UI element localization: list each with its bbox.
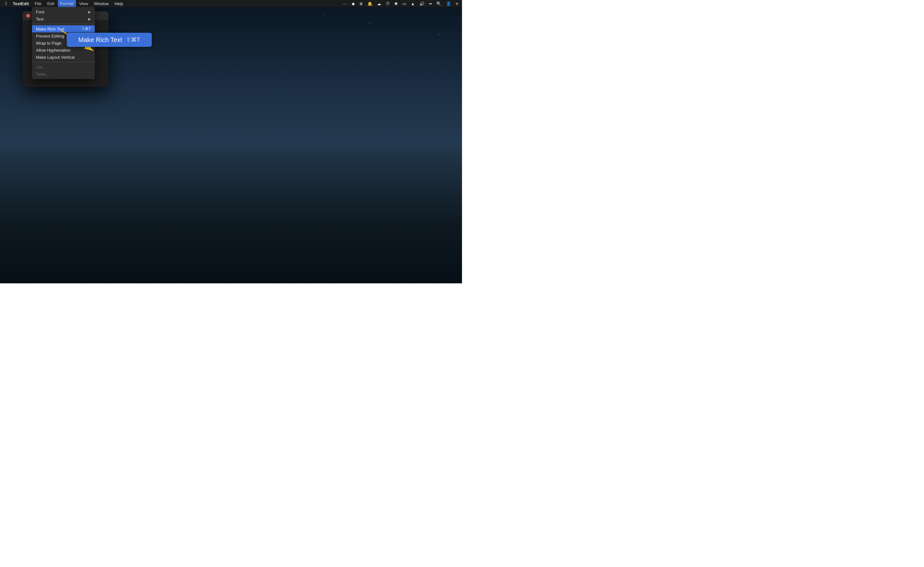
callout-box: Make Rich Text ⇧⌘T: [67, 33, 152, 47]
menubar-time-icon: ⏱: [384, 1, 391, 6]
menubar-right: ···· ◆ ⊕ 🔔 ☁ ⏱ ✱ ▭ ▲ 🔊 ▪▪ 🔍 👤 ≡: [341, 1, 459, 6]
menubar-left:  TextEdit File Edit Format View Window …: [3, 0, 126, 7]
menu-item-table: Table...: [32, 70, 94, 78]
apple-menu[interactable]: : [3, 0, 10, 7]
menubar-vpn-icon[interactable]: ⊕: [358, 1, 364, 6]
menubar-help[interactable]: Help: [112, 0, 126, 7]
menu-item-font-label: Font: [36, 10, 88, 15]
menu-separator-1: [32, 24, 94, 24]
menubar-cloud-icon[interactable]: ☁: [376, 1, 382, 6]
menubar-file[interactable]: File: [32, 0, 44, 7]
menu-item-list: List...: [32, 63, 94, 70]
menubar-format-label: Format: [60, 1, 74, 6]
menu-item-allow-hyphenation-label: Allow Hyphenation: [36, 48, 91, 52]
menubar-dropbox-icon[interactable]: ◆: [350, 1, 356, 6]
menubar-search-icon[interactable]: 🔍: [435, 1, 443, 6]
menubar:  TextEdit File Edit Format View Window …: [0, 0, 462, 7]
menu-item-make-rich-text-label: Make Rich Text: [36, 27, 81, 32]
menu-item-make-rich-text-shortcut: ⇧⌘T: [81, 27, 91, 31]
menubar-wifi-icon[interactable]: ▲: [410, 1, 416, 6]
menu-item-list-label: List...: [36, 65, 91, 70]
menubar-user-icon[interactable]: 👤: [445, 1, 452, 6]
menubar-format[interactable]: Format: [58, 0, 76, 7]
menubar-edit-label: Edit: [47, 1, 54, 6]
menubar-bluetooth-icon[interactable]: ✱: [393, 1, 399, 6]
menubar-notification-icon[interactable]: 🔔: [366, 1, 374, 6]
menubar-sound-icon[interactable]: 🔊: [418, 1, 426, 6]
menu-item-make-layout-vertical[interactable]: Make Layout Vertical: [32, 54, 94, 61]
menubar-window-label: Window: [94, 1, 109, 6]
menubar-battery-icon[interactable]: ▪▪: [428, 1, 433, 6]
menu-item-table-label: Table...: [36, 72, 91, 77]
menubar-edit[interactable]: Edit: [45, 0, 57, 7]
menubar-window[interactable]: Window: [92, 0, 111, 7]
menubar-app-label: TextEdit: [13, 1, 29, 6]
menu-item-font[interactable]: Font ▶: [32, 8, 94, 15]
callout-shortcut: ⇧⌘T: [126, 36, 140, 44]
font-arrow-icon: ▶: [88, 10, 91, 14]
menubar-app-name[interactable]: TextEdit: [10, 0, 32, 7]
menu-item-text-label: Text: [36, 16, 88, 21]
menu-item-make-layout-vertical-label: Make Layout Vertical: [36, 55, 91, 60]
menu-item-allow-hyphenation[interactable]: Allow Hyphenation: [32, 46, 94, 54]
menubar-view[interactable]: View: [76, 0, 91, 7]
menubar-view-label: View: [79, 1, 88, 6]
menubar-control-center-icon[interactable]: ≡: [454, 1, 459, 6]
menubar-file-label: File: [34, 1, 41, 6]
menubar-help-label: Help: [114, 1, 123, 6]
menu-item-make-rich-text[interactable]: Make Rich Text ⇧⌘T: [32, 26, 94, 32]
menu-item-text[interactable]: Text ▶: [32, 15, 94, 22]
menu-separator-2: [32, 62, 94, 62]
window-close-button[interactable]: [26, 14, 30, 18]
callout-label: Make Rich Text: [78, 36, 122, 44]
menubar-airplay-icon[interactable]: ▭: [401, 1, 408, 6]
text-arrow-icon: ▶: [88, 17, 91, 21]
apple-icon: : [5, 1, 7, 6]
menubar-dots-icon: ····: [341, 1, 348, 6]
callout-text: Make Rich Text ⇧⌘T: [78, 36, 140, 44]
